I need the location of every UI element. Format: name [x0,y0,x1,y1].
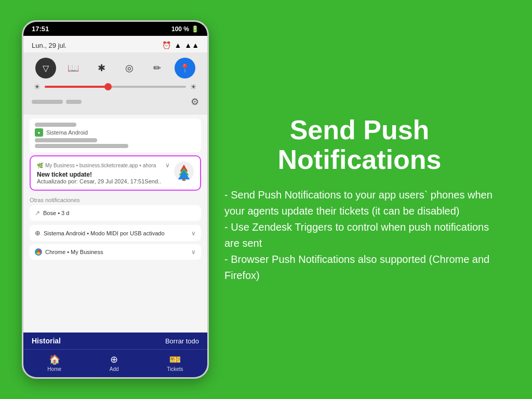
notif-app-name-text: My Business [45,163,75,168]
notif-system-bar2 [35,138,97,142]
chrome-detail: My Business [71,249,103,255]
settings-row: ⚙ [32,95,199,109]
location-qs-icon[interactable]: 📍 [175,58,195,78]
settings-text-bar-2 [66,100,82,104]
notification-shade: Lun., 29 jul. ⏰ ▲ ▲▲ ▽ 📖 ✱ ◎ ✏ 📍 [23,36,207,377]
phone-bottom-bar: Historial Borrar todo [23,332,207,349]
phone-nav: 🏠 Home ⊕ Add 🎫 Tickets [23,349,207,377]
gear-icon[interactable]: ⚙ [191,96,199,108]
notif-system-bar3 [35,144,128,148]
status-time: 17:51 [32,25,49,33]
home-nav-label: Home [47,366,61,372]
add-nav-icon: ⊕ [110,354,118,365]
android-name: Sistema Android [44,230,85,236]
quick-settings: ▽ 📖 ✱ ◎ ✏ 📍 ☀ ☀ [23,52,207,114]
chrome-text: Chrome • My Business [45,249,103,255]
screenshot-qs-icon[interactable]: ✏ [147,58,167,78]
phone-mockup: 17:51 100 % 🔋 Lun., 29 jul. ⏰ ▲ ▲▲ ▽ [22,20,209,379]
add-nav-label: Add [110,366,119,372]
brightness-bar[interactable] [45,86,186,88]
notif-android: ⊕ Sistema Android • Modo MIDI por USB ac… [30,225,201,241]
svg-rect-4 [182,178,185,181]
ticket-app-icon: 🌿 [37,163,43,168]
notif-app-domain-text: business.ticketcreate.app [79,163,138,168]
description-text: - Send Push Notifications to your app us… [224,187,495,284]
notif-chevron-icon[interactable]: ∨ [165,162,170,169]
other-notif-label: Otras notificaciones [30,197,201,203]
signal-icon: ▲▲ [184,41,199,49]
notif-title: New ticket update! [37,171,170,178]
wifi-qs-icon[interactable]: ▽ [35,58,56,78]
notif-app-full: My Business • business.ticketcreate.app … [45,163,156,168]
android-system-icon: ⊕ [35,229,41,237]
brightness-row: ☀ ☀ [32,83,199,91]
notif-row-app: ● Sistema Android [35,128,196,137]
chrome-icon [35,248,42,256]
android-chevron-icon[interactable]: ∨ [191,230,196,237]
notif-bose: ↗ Bose • 3 d [30,205,201,221]
wifi-icon: ▲ [174,41,181,49]
brightness-fill [45,86,108,88]
nav-item-tickets[interactable]: 🎫 Tickets [167,354,183,372]
notif-android-left: ⊕ Sistema Android • Modo MIDI por USB ac… [35,229,165,237]
settings-text-left [32,100,82,104]
bose-text: Bose • 3 d [43,210,69,216]
notif-body: Actualizado por: Cesar, 29 Jul 2024, 17:… [37,178,170,184]
android-detail: Modo MIDI por USB activado [90,230,164,236]
notif-highlighted-header: 🌿 My Business • business.ticketcreate.ap… [37,162,170,169]
notif-tree-logo [174,162,194,181]
brightness-thumb [104,83,112,90]
reader-qs-icon[interactable]: 📖 [63,58,84,78]
qs-icons-row: ▽ 📖 ✱ ◎ ✏ 📍 [32,58,199,78]
notif-highlighted: 🌿 My Business • business.ticketcreate.ap… [30,155,201,191]
heading-line1: Send Push [290,115,430,145]
right-content: Send Push Notifications - Send Push Noti… [209,105,510,294]
main-container: 17:51 100 % 🔋 Lun., 29 jul. ⏰ ▲ ▲▲ ▽ [11,12,521,387]
bose-name: Bose [43,210,56,216]
bose-time: 3 d [61,210,69,216]
brightness-low-icon: ☀ [34,83,41,91]
chrome-name: Chrome [45,249,65,255]
shade-icons: ⏰ ▲ ▲▲ [162,41,199,49]
brightness-high-icon: ☀ [190,83,197,91]
bluetooth-qs-icon[interactable]: ✱ [91,58,112,78]
status-bar: 17:51 100 % 🔋 [23,22,207,36]
notif-highlighted-content: 🌿 My Business • business.ticketcreate.ap… [37,162,170,184]
alarm-icon: ⏰ [162,41,171,49]
notif-app-info: 🌿 My Business • business.ticketcreate.ap… [37,163,156,168]
shade-header: Lun., 29 jul. ⏰ ▲ ▲▲ [23,36,207,52]
notif-system-bar1 [35,123,76,127]
tickets-nav-icon: 🎫 [169,354,181,365]
system-app-icon: ● [35,128,43,137]
nav-item-home[interactable]: 🏠 Home [47,354,61,372]
notif-chrome-left: Chrome • My Business [35,248,103,256]
settings-text-bar-1 [32,100,63,104]
battery-icon: 🔋 [191,25,199,33]
home-nav-icon: 🏠 [49,354,60,365]
bottom-bar-title: Historial [32,337,61,345]
notifications-area: ● Sistema Android 🌿 My Business [23,114,207,332]
tickets-nav-label: Tickets [167,366,183,372]
status-bar-right: 100 % 🔋 [171,25,199,33]
heading-title: Send Push Notifications [224,115,495,175]
notif-system-group: ● Sistema Android [30,118,201,152]
android-text: Sistema Android • Modo MIDI por USB acti… [44,230,165,236]
nav-item-add[interactable]: ⊕ Add [110,354,119,372]
status-battery: 100 % [171,25,189,33]
hotspot-qs-icon[interactable]: ◎ [119,58,140,78]
other-notifications-section: Otras notificaciones ↗ Bose • 3 d [30,194,201,222]
heading-line2: Notifications [278,144,442,175]
chrome-chevron-icon[interactable]: ∨ [191,248,196,256]
system-app-name: Sistema Android [46,129,88,136]
bose-icon: ↗ [35,209,40,217]
notif-chrome: Chrome • My Business ∨ [30,244,201,260]
notif-app-time-text: ahora [143,163,156,168]
bottom-bar-clear[interactable]: Borrar todo [165,337,199,345]
shade-date: Lun., 29 jul. [32,42,66,49]
